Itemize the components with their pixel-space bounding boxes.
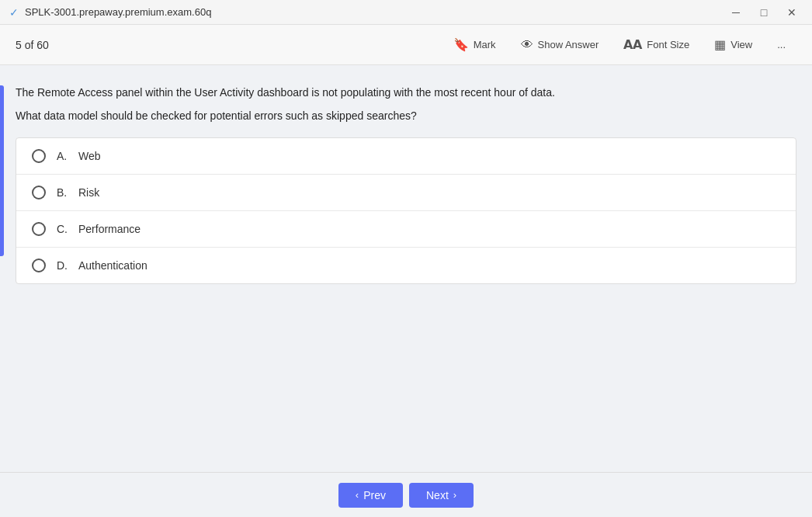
toolbar-actions: 🔖 Mark 👁 Show Answer 𝗔𝗔 Font Size ▦ View…: [442, 33, 796, 57]
show-answer-label: Show Answer: [538, 39, 599, 50]
prev-label: Prev: [363, 489, 386, 501]
next-label: Next: [426, 489, 449, 501]
more-label: ...: [777, 39, 786, 50]
bottom-nav: ‹ Prev Next ›: [0, 472, 812, 517]
main-content: The Remote Access panel within the User …: [0, 65, 812, 472]
view-icon: ▦: [714, 37, 726, 52]
option-letter-2: C.: [57, 223, 71, 235]
option-radio-0: [32, 149, 46, 163]
window-title: SPLK-3001.prepaway.premium.exam.60q: [25, 6, 211, 18]
bookmark-icon: 🔖: [453, 37, 469, 52]
options-container: A.WebB.RiskC.PerformanceD.Authentication: [16, 137, 796, 284]
show-answer-button[interactable]: 👁 Show Answer: [510, 33, 610, 57]
left-indicator: [0, 85, 4, 256]
minimize-button[interactable]: ─: [725, 5, 747, 20]
title-bar-left: ✓ SPLK-3001.prepaway.premium.exam.60q: [9, 6, 211, 19]
check-icon: ✓: [9, 6, 19, 19]
prev-arrow-icon: ‹: [356, 489, 359, 501]
mark-label: Mark: [474, 39, 496, 50]
option-text-2: Performance: [78, 223, 141, 235]
more-button[interactable]: ...: [766, 34, 796, 55]
question-text-2: What data model should be checked for po…: [16, 107, 796, 124]
option-letter-3: D.: [57, 259, 71, 272]
title-bar-controls: ─ □ ✕: [725, 5, 803, 20]
option-row[interactable]: A.Web: [16, 138, 796, 175]
option-radio-3: [32, 258, 46, 272]
toolbar: 5 of 60 🔖 Mark 👁 Show Answer 𝗔𝗔 Font Siz…: [0, 25, 812, 65]
font-size-button[interactable]: 𝗔𝗔 Font Size: [612, 33, 700, 57]
eye-icon: 👁: [521, 38, 533, 52]
option-text-3: Authentication: [78, 259, 147, 272]
option-letter-1: B.: [57, 186, 71, 199]
font-icon: 𝗔𝗔: [623, 37, 642, 52]
option-radio-1: [32, 186, 46, 200]
prev-button[interactable]: ‹ Prev: [338, 483, 403, 508]
option-text-0: Web: [78, 150, 101, 162]
view-label: View: [730, 39, 752, 50]
option-row[interactable]: D.Authentication: [16, 248, 796, 283]
option-radio-2: [32, 222, 46, 236]
question-counter: 5 of 60: [16, 39, 49, 51]
mark-button[interactable]: 🔖 Mark: [442, 33, 507, 57]
option-text-1: Risk: [78, 186, 99, 199]
option-row[interactable]: C.Performance: [16, 211, 796, 248]
font-size-label: Font Size: [647, 39, 689, 50]
option-row[interactable]: B.Risk: [16, 175, 796, 211]
next-button[interactable]: Next ›: [409, 483, 474, 508]
close-button[interactable]: ✕: [781, 5, 803, 20]
maximize-button[interactable]: □: [753, 5, 775, 20]
title-bar: ✓ SPLK-3001.prepaway.premium.exam.60q ─ …: [0, 0, 812, 25]
view-button[interactable]: ▦ View: [703, 33, 763, 57]
next-arrow-icon: ›: [453, 489, 456, 501]
question-text-1: The Remote Access panel within the User …: [16, 84, 796, 101]
option-letter-0: A.: [57, 150, 71, 162]
